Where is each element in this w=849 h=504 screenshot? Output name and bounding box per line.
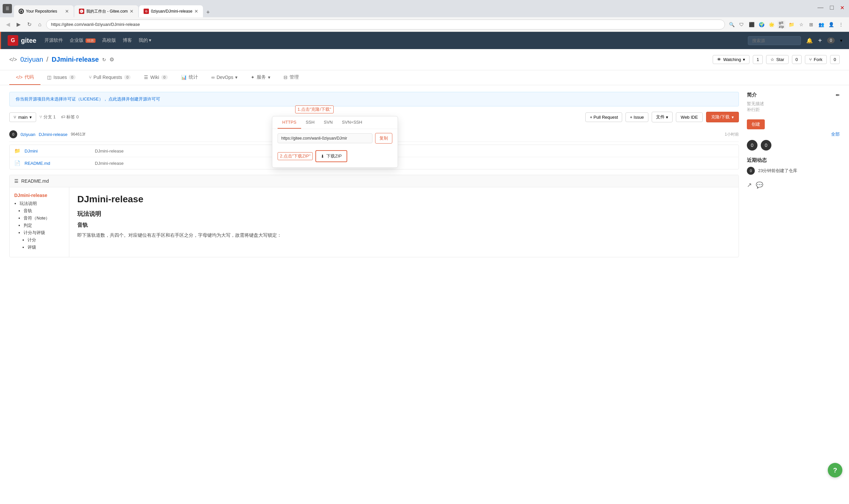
help-bubble[interactable]: ? xyxy=(828,463,842,478)
toc-item-note[interactable]: 音符（Note） xyxy=(23,215,64,221)
home-button[interactable]: ⌂ xyxy=(36,20,43,29)
cast-icon[interactable]: ⬛ xyxy=(747,21,756,29)
people-icon[interactable]: 👥 xyxy=(817,21,825,29)
toc-item-scoring[interactable]: 计分 xyxy=(28,237,64,243)
star-count[interactable]: 0 xyxy=(792,55,801,64)
webide-button[interactable]: Web IDE xyxy=(676,112,703,122)
nav-enterprise[interactable]: 企业版 特惠 xyxy=(70,37,95,43)
file-button[interactable]: 文件 ▾ xyxy=(652,112,672,122)
earth-icon[interactable]: 🌍 xyxy=(757,21,765,29)
bookmark-icon[interactable]: 📁 xyxy=(787,21,795,29)
nav-blog[interactable]: 博客 xyxy=(123,37,132,43)
tab-2-close[interactable]: ✕ xyxy=(130,8,134,14)
window-maximize-button[interactable]: ☐ xyxy=(828,3,836,12)
search-input[interactable] xyxy=(748,36,801,45)
devops-dropdown-icon: ▾ xyxy=(235,75,237,80)
tab-pull-requests[interactable]: ⑂ Pull Requests 0 xyxy=(82,70,138,85)
fork-button[interactable]: ⑂ Fork xyxy=(805,55,827,64)
bell-icon[interactable]: 🔔 xyxy=(806,37,813,44)
user-icon[interactable]: 👤 xyxy=(827,21,835,29)
star-button[interactable]: ☆ Star xyxy=(766,55,789,64)
back-button[interactable]: ◀ xyxy=(4,20,12,29)
watch-count[interactable]: 1 xyxy=(753,55,762,64)
toc-item-gameplay[interactable]: 玩法说明 音轨 音符（Note） 判定 计分与评级 计分 评 xyxy=(20,201,64,250)
clone-tab-svn[interactable]: SVN xyxy=(319,116,337,129)
gitee-logo[interactable]: G gitee xyxy=(7,35,36,46)
tab-manage[interactable]: ⊟ 管理 xyxy=(277,70,305,85)
menu-icon[interactable]: ⋮ xyxy=(837,21,845,29)
clone-tab-https[interactable]: HTTPS xyxy=(277,116,301,129)
repo-settings-icon[interactable]: ⚙ xyxy=(109,56,114,63)
clone-tab-svn-ssh[interactable]: SVN+SSH xyxy=(337,116,367,129)
browser-tab-2[interactable]: G 我的工作台 - Gitee.com ✕ xyxy=(74,5,138,17)
sync-icon[interactable]: ⊞ xyxy=(807,21,815,29)
clone-button[interactable]: 克隆/下载 ▾ xyxy=(706,112,739,122)
sidebar-edit-icon[interactable]: ✏ xyxy=(836,92,840,98)
license-link[interactable]: 点此选择并创建开源许可可 xyxy=(108,96,160,102)
commit-message[interactable]: DJmini-release xyxy=(39,132,68,137)
pull-request-button[interactable]: + Pull Request xyxy=(585,112,622,122)
repo-name[interactable]: DJmini-release xyxy=(52,56,99,63)
window-minimize-button[interactable]: — xyxy=(815,3,826,12)
tab-wiki[interactable]: ☰ Wiki 0 xyxy=(137,70,175,85)
clone-tab-ssh[interactable]: SSH xyxy=(301,116,319,129)
plus-icon[interactable]: + xyxy=(818,37,822,44)
tab-services[interactable]: ✦ 服务 ▾ xyxy=(244,70,277,85)
file-name-readme[interactable]: README.md xyxy=(24,161,91,166)
tab-code[interactable]: </> 代码 xyxy=(9,70,40,85)
sidebar-icon-0-right[interactable]: 0 xyxy=(761,140,771,150)
nav-mine[interactable]: 我的 ▾ xyxy=(139,37,151,43)
toc-item-track[interactable]: 音轨 xyxy=(23,208,64,214)
sidebar-all-button[interactable]: 全部 xyxy=(831,131,840,137)
branch-meta: ⑂ 分支 1 🏷 标签 0 xyxy=(39,114,78,120)
forward-button[interactable]: ▶ xyxy=(15,20,22,29)
notification-count[interactable]: 0 xyxy=(827,37,835,43)
watch-button[interactable]: 👁 Watching ▾ xyxy=(713,55,750,64)
file-name-djmini[interactable]: DJmini xyxy=(24,148,91,154)
branch-selector[interactable]: ⑂ main ▾ xyxy=(9,112,36,122)
commit-time: 1小时前 xyxy=(725,132,739,137)
tab-3-close[interactable]: ✕ xyxy=(194,8,198,14)
sidebar-icon-0-left[interactable]: 0 xyxy=(747,140,757,150)
tab-issues[interactable]: ◫ Issues 0 xyxy=(40,70,82,85)
shield-icon[interactable]: 🛡 xyxy=(738,21,745,29)
refresh-button[interactable]: ↻ xyxy=(25,20,34,29)
search-icon[interactable]: 🔍 xyxy=(728,21,736,29)
browser-menu-icon[interactable]: ☰ xyxy=(3,4,12,13)
toc-main-item[interactable]: DJmini-release xyxy=(14,193,64,198)
new-tab-button[interactable]: + xyxy=(204,7,213,17)
sidebar-create-button[interactable]: 创建 xyxy=(747,119,765,129)
pr-tab-label: Pull Requests xyxy=(93,75,122,80)
browser-tab-1[interactable]: Your Repositories ✕ xyxy=(14,5,74,17)
repo-owner[interactable]: 0ziyuan xyxy=(20,56,43,63)
toc-item-judge[interactable]: 判定 xyxy=(23,222,64,229)
toc-item-grade[interactable]: 评级 xyxy=(28,245,64,250)
window-close-button[interactable]: ✕ xyxy=(838,3,846,12)
issue-button[interactable]: + Issue xyxy=(626,112,648,122)
file-commit-djmini: DJmini-release xyxy=(95,148,124,154)
star-icon[interactable]: 🌟 xyxy=(767,21,775,29)
copy-url-button[interactable]: 复制 xyxy=(375,133,392,144)
nav-university[interactable]: 高校版 xyxy=(102,37,116,43)
url-bar[interactable] xyxy=(46,20,725,30)
browser-tab-3[interactable]: G 0ziyuan/DJmini-release ✕ xyxy=(139,5,203,17)
readme-file-icon: ☰ xyxy=(14,178,19,184)
step2-indicator: 2.点击"下载ZIP" xyxy=(277,152,313,160)
nav-open-source[interactable]: 开源软件 xyxy=(44,37,63,43)
tab-stats[interactable]: 📊 统计 xyxy=(175,70,205,85)
toolbar-icons: 🔍 🛡 ⬛ 🌍 🌟 gitzip 📁 ☆ ⊞ 👥 👤 ⋮ xyxy=(728,21,845,29)
commit-author[interactable]: 0ziyuan xyxy=(21,132,35,137)
favorites-icon[interactable]: ☆ xyxy=(797,21,805,29)
tab-devops[interactable]: ∞ DevOps ▾ xyxy=(205,70,245,85)
tab-1-close[interactable]: ✕ xyxy=(65,8,69,14)
download-zip-button[interactable]: ⬇ 下载ZIP xyxy=(315,150,347,162)
fork-count[interactable]: 0 xyxy=(830,55,840,64)
toc-item-score[interactable]: 计分与评级 计分 评级 xyxy=(23,230,64,250)
git-icon[interactable]: gitzip xyxy=(777,21,785,29)
sidebar-chat-icon[interactable]: 💬 xyxy=(756,181,763,189)
gitee-header: G gitee 开源软件 企业版 特惠 高校版 博客 我的 ▾ 🔔 + 0 ▾ xyxy=(0,32,849,49)
sync-repo-icon[interactable]: ↻ xyxy=(102,57,106,62)
sidebar-share-icon[interactable]: ↗ xyxy=(747,181,752,189)
readme-section-track: 音轨 xyxy=(77,222,730,229)
clone-url-input[interactable] xyxy=(277,133,373,143)
